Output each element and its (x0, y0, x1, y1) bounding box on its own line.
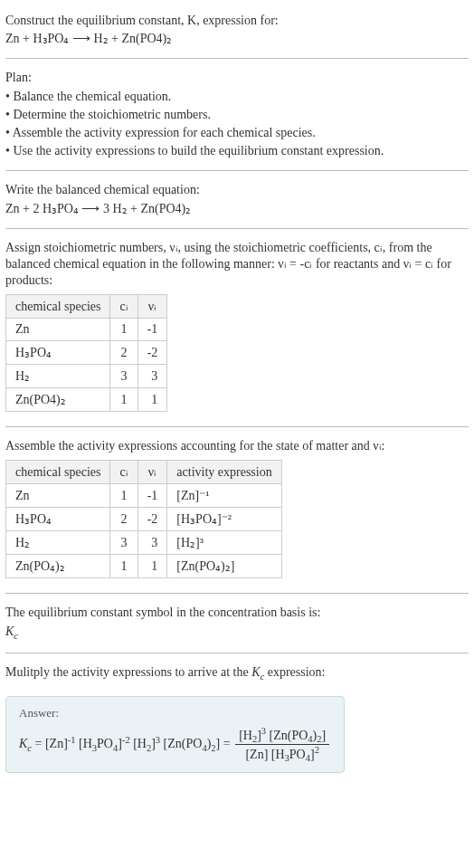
cell-c: 1 (110, 555, 137, 578)
cell-c: 2 (110, 508, 137, 531)
cell-c: 1 (110, 388, 137, 412)
intro-equation: Zn + H₃PO₄ ⟶ H₂ + Zn(PO4)₂ (5, 31, 469, 47)
cell-species: Zn(PO4)₂ (6, 388, 110, 412)
answer-fraction: [H2]3 [Zn(PO4)2] [Zn] [H3PO4]2 (235, 726, 329, 764)
plan-item: • Assemble the activity expression for e… (5, 125, 469, 141)
cell-v: 3 (137, 365, 167, 388)
assign-section: Assign stoichiometric numbers, νᵢ, using… (5, 233, 469, 424)
answer-label: Answer: (19, 706, 331, 720)
assign-text: Assign stoichiometric numbers, νᵢ, using… (5, 240, 469, 290)
cell-species: H₂ (6, 365, 110, 388)
cell-activity: [Zn]⁻¹ (167, 484, 281, 508)
cell-c: 1 (110, 319, 137, 341)
divider (5, 593, 469, 594)
table-row: H₃PO₄ 2 -2 (6, 341, 167, 365)
fraction-denominator: [Zn] [H3PO4]2 (235, 745, 329, 763)
divider (5, 653, 469, 653)
table-row: Zn(PO4)₂ 1 1 (6, 388, 167, 412)
table-header-row: chemical species cᵢ νᵢ activity expressi… (6, 461, 282, 484)
divider (5, 228, 469, 229)
col-species: chemical species (6, 295, 110, 319)
col-c: cᵢ (110, 295, 137, 319)
divider (5, 426, 469, 427)
cell-c: 3 (110, 531, 137, 555)
cell-v: -2 (137, 508, 167, 531)
table-row: Zn(PO₄)₂ 1 1 [Zn(PO₄)₂] (6, 555, 282, 578)
cell-v: -1 (137, 319, 167, 341)
col-species: chemical species (6, 461, 110, 484)
cell-species: Zn (6, 319, 110, 341)
answer-equation: Kc = [Zn]-1 [H3PO4]-2 [H2]3 [Zn(PO4)2] =… (19, 726, 331, 764)
table-row: Zn 1 -1 [Zn]⁻¹ (6, 484, 282, 508)
table-row: Zn 1 -1 (6, 319, 167, 341)
cell-activity: [H₃PO₄]⁻² (167, 508, 281, 531)
balanced-equation: Zn + 2 H₃PO₄ ⟶ 3 H₂ + Zn(PO4)₂ (5, 201, 469, 217)
table-row: H₂ 3 3 [H₂]³ (6, 531, 282, 555)
symbol-text: The equilibrium constant symbol in the c… (5, 605, 469, 621)
table-row: H₃PO₄ 2 -2 [H₃PO₄]⁻² (6, 508, 282, 531)
divider (5, 58, 469, 59)
cell-activity: [H₂]³ (167, 531, 281, 555)
answer-box: Answer: Kc = [Zn]-1 [H3PO4]-2 [H2]3 [Zn(… (5, 696, 345, 774)
plan-item: • Balance the chemical equation. (5, 89, 469, 105)
cell-activity: [Zn(PO₄)₂] (167, 555, 281, 578)
cell-c: 2 (110, 341, 137, 365)
intro-section: Construct the equilibrium constant, K, e… (5, 5, 469, 54)
cell-species: H₃PO₄ (6, 508, 110, 531)
balanced-section: Write the balanced chemical equation: Zn… (5, 175, 469, 224)
symbol-value: Kc (5, 625, 18, 638)
plan-heading: Plan: (5, 70, 469, 86)
cell-species: H₃PO₄ (6, 341, 110, 365)
cell-v: 1 (137, 388, 167, 412)
assemble-section: Assemble the activity expressions accoun… (5, 431, 469, 589)
cell-species: Zn(PO₄)₂ (6, 555, 110, 578)
table-row: H₂ 3 3 (6, 365, 167, 388)
col-activity: activity expression (167, 461, 281, 484)
cell-v: -1 (137, 484, 167, 508)
balanced-heading: Write the balanced chemical equation: (5, 182, 469, 198)
table-header-row: chemical species cᵢ νᵢ (6, 295, 167, 319)
intro-line: Construct the equilibrium constant, K, e… (5, 13, 469, 29)
col-c: cᵢ (110, 461, 137, 484)
multiply-text: Mulitply the activity expressions to arr… (5, 664, 469, 682)
plan-section: Plan: • Balance the chemical equation. •… (5, 62, 469, 167)
col-v: νᵢ (137, 461, 167, 484)
assemble-text: Assemble the activity expressions accoun… (5, 438, 469, 454)
activity-table: chemical species cᵢ νᵢ activity expressi… (5, 460, 282, 578)
cell-c: 3 (110, 365, 137, 388)
cell-v: 1 (137, 555, 167, 578)
stoich-table: chemical species cᵢ νᵢ Zn 1 -1 H₃PO₄ 2 -… (5, 294, 167, 412)
fraction-numerator: [H2]3 [Zn(PO4)2] (235, 726, 329, 745)
multiply-section: Mulitply the activity expressions to arr… (5, 657, 469, 690)
symbol-section: The equilibrium constant symbol in the c… (5, 597, 469, 649)
cell-c: 1 (110, 484, 137, 508)
col-v: νᵢ (137, 295, 167, 319)
cell-v: -2 (137, 341, 167, 365)
plan-item: • Use the activity expressions to build … (5, 143, 469, 159)
cell-species: H₂ (6, 531, 110, 555)
cell-v: 3 (137, 531, 167, 555)
plan-item: • Determine the stoichiometric numbers. (5, 107, 469, 123)
divider (5, 170, 469, 171)
cell-species: Zn (6, 484, 110, 508)
